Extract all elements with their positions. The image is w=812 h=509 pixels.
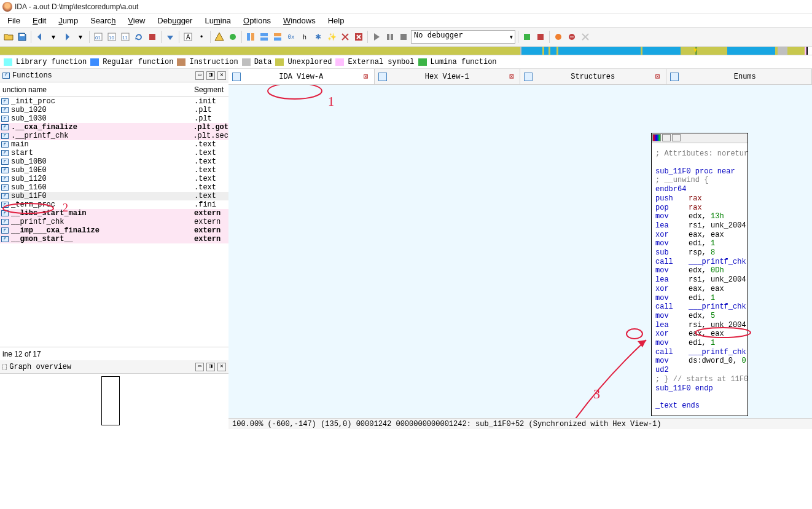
asm-line[interactable]: movedi, 1	[655, 294, 744, 303]
asm-line[interactable]: ud2	[655, 366, 744, 375]
block-tool2-icon[interactable]	[672, 134, 681, 141]
binary3-icon[interactable]: 11	[119, 31, 131, 43]
menu-debugger[interactable]: Debugger	[151, 15, 198, 26]
function-row[interactable]: sub_1030.plt	[0, 114, 228, 123]
function-row[interactable]: sub_11F0.text	[0, 192, 228, 200]
greendot-icon[interactable]	[227, 31, 239, 43]
function-row[interactable]: sub_10B0.text	[0, 157, 228, 166]
function-row[interactable]: __libc_start_mainextern	[0, 209, 228, 218]
asm-line[interactable]: pushrax	[655, 194, 744, 203]
function-row[interactable]: sub_1120.text	[0, 175, 228, 183]
forward-icon[interactable]	[61, 31, 73, 43]
hex-icon[interactable]: 0x	[285, 31, 297, 43]
menu-jump[interactable]: Jump	[52, 15, 84, 26]
tab-ida-view[interactable]: IDA View-A ⊠	[228, 69, 375, 84]
binary2-icon[interactable]: 10	[106, 31, 118, 43]
tab-hex-view[interactable]: Hex View-1 ⊠	[375, 69, 521, 84]
asm-line[interactable]: movedx, 13h	[655, 212, 744, 221]
dbgcfg1-icon[interactable]	[521, 31, 533, 43]
menu-file[interactable]: File	[1, 15, 26, 26]
bp1-icon[interactable]	[552, 31, 564, 43]
menu-view[interactable]: View	[122, 15, 151, 26]
seg2-icon[interactable]	[258, 31, 270, 43]
graph-overview-canvas[interactable]	[0, 374, 228, 429]
h-icon[interactable]: h	[299, 31, 311, 43]
navigation-band[interactable]: ▾	[0, 47, 812, 55]
function-row[interactable]: .__cxa_finalize.plt.got	[0, 123, 228, 132]
detach-button[interactable]: ◨	[206, 363, 215, 371]
textA-icon[interactable]: A	[182, 31, 194, 43]
function-row[interactable]: _init_proc.init	[0, 97, 228, 106]
function-row[interactable]: sub_1160.text	[0, 183, 228, 192]
asm-line[interactable]: learsi, unk_2004	[655, 275, 744, 285]
menu-windows[interactable]: Windows	[277, 15, 322, 26]
asm-line[interactable]: movedx, 0Dh	[655, 266, 744, 275]
tab-close-icon[interactable]: ⊠	[362, 73, 370, 81]
function-row[interactable]: sub_10E0.text	[0, 166, 228, 175]
function-row[interactable]: _term_proc.fini	[0, 200, 228, 209]
refresh-icon[interactable]	[133, 31, 145, 43]
asm-line[interactable]: xoreax, eax	[655, 285, 744, 294]
tab-close-icon[interactable]: ⊠	[507, 73, 516, 81]
seg1-icon[interactable]	[244, 31, 257, 43]
menu-search[interactable]: Search	[84, 15, 122, 26]
detach-button[interactable]: ◨	[206, 71, 215, 80]
star-icon[interactable]: ✱	[312, 31, 324, 43]
minimize-button[interactable]: ▭	[195, 71, 204, 80]
debugger-select[interactable]: No debugger▾	[411, 30, 515, 44]
asm-line[interactable]: poprax	[655, 203, 744, 213]
tab-close-icon[interactable]: ⊠	[654, 73, 662, 81]
dropdown-back-icon[interactable]: ▾	[47, 31, 60, 43]
stop-icon[interactable]	[146, 31, 158, 43]
asm-line[interactable]: endbr64	[655, 185, 744, 194]
asm-line[interactable]: movedi, 1	[655, 239, 744, 248]
asm-line[interactable]: call___printf_chk	[655, 348, 744, 357]
function-row[interactable]: __imp___cxa_finalizeextern	[0, 226, 228, 235]
menu-lumina[interactable]: Lumina	[198, 15, 237, 26]
menu-edit[interactable]: Edit	[26, 15, 52, 26]
function-row[interactable]: main.text	[0, 140, 228, 149]
menu-options[interactable]: Options	[237, 15, 277, 26]
wand-icon[interactable]: ✨	[326, 31, 338, 43]
save-icon[interactable]	[16, 31, 28, 43]
minimize-button[interactable]: ▭	[195, 363, 204, 371]
asm-line[interactable]: xoreax, eax	[655, 329, 744, 339]
asm-line[interactable]: learsi, unk_2004	[655, 221, 744, 231]
functions-list[interactable]: _init_proc.initsub_1020.pltsub_1030.plt.…	[0, 97, 228, 347]
close-button[interactable]: ✕	[217, 71, 226, 80]
delete-icon[interactable]	[353, 31, 365, 43]
function-row[interactable]: __printf_chkextern	[0, 218, 228, 226]
pause-icon[interactable]	[384, 31, 396, 43]
ida-view-canvas[interactable]: ; Attributes: noreturnsub_11F0 proc near…	[228, 85, 812, 418]
asm-line[interactable]: movds:dword_0, 0	[655, 357, 744, 366]
asm-line[interactable]: learsi, unk_2004	[655, 321, 744, 330]
block-tool-icon[interactable]	[662, 134, 671, 141]
close-button[interactable]: ✕	[217, 363, 226, 371]
col-segment[interactable]: Segment	[192, 85, 228, 94]
asm-line[interactable]: call___printf_chk	[655, 302, 744, 312]
sign-icon[interactable]	[213, 31, 225, 43]
col-name[interactable]: unction name	[0, 85, 192, 94]
asm-line[interactable]: movedi, 1	[655, 339, 744, 348]
seg3-icon[interactable]	[271, 31, 284, 43]
dbgcfg2-icon[interactable]	[534, 31, 547, 43]
tab-enums[interactable]: Enums	[666, 69, 813, 84]
function-row[interactable]: start.text	[0, 149, 228, 157]
asm-line[interactable]: subrsp, 8	[655, 248, 744, 258]
asm-line[interactable]: xoreax, eax	[655, 231, 744, 240]
menu-help[interactable]: Help	[322, 15, 351, 26]
dropdown-fwd-icon[interactable]: ▾	[74, 31, 87, 43]
asm-line[interactable]: movedx, 5	[655, 312, 744, 321]
play-icon[interactable]	[370, 31, 383, 43]
cross-icon[interactable]	[339, 31, 351, 43]
open-icon[interactable]	[2, 31, 15, 43]
stop2-icon[interactable]	[397, 31, 410, 43]
back-icon[interactable]	[34, 31, 46, 43]
bp2-icon[interactable]	[566, 31, 578, 43]
dot-icon[interactable]: •	[195, 31, 208, 43]
asm-line[interactable]: call___printf_chk	[655, 258, 744, 267]
function-row[interactable]: sub_1020.plt	[0, 106, 228, 114]
block-color-icon[interactable]	[652, 134, 661, 141]
function-row[interactable]: .__printf_chk.plt.sec	[0, 132, 228, 140]
binary1-icon[interactable]: 01	[92, 31, 104, 43]
